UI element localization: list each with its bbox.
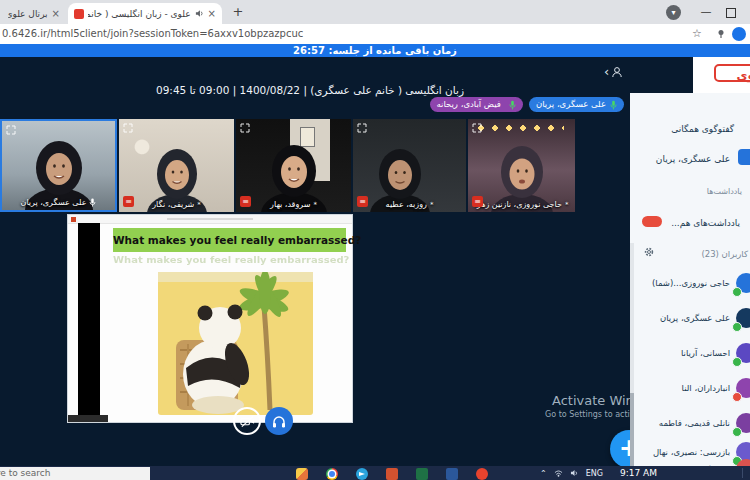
- audio-toggle-button[interactable]: [265, 407, 293, 435]
- slide-window-titlebar: [68, 215, 352, 224]
- tab-close-icon[interactable]: ×: [208, 9, 216, 19]
- slide-question-banner: What makes you feel really embarrassed?: [113, 228, 346, 252]
- webcam-name-label: حاجی نوروزی، نازنین زهرا *: [468, 200, 575, 209]
- tab-title: علوی - زبان انگلیسی ( خانم علی عس...: [88, 9, 191, 19]
- browser-tab-portal[interactable]: برتال علوی ×: [2, 3, 66, 24]
- participant-name: انبارداران، النا: [682, 383, 730, 393]
- webcam-tile[interactable]: سروقد، بهار * ≡: [236, 119, 351, 212]
- participant-row[interactable]: نانلی قدیمی، فاطمه: [630, 413, 750, 439]
- browser-tab-class[interactable]: علوی - زبان انگلیسی ( خانم علی عس... ×: [68, 3, 222, 24]
- mic-muted-icon: *: [313, 201, 317, 209]
- show-desktop-button[interactable]: [742, 468, 749, 478]
- participant-name: علی عسگری، پریان: [660, 313, 730, 323]
- tab-close-icon[interactable]: ×: [52, 9, 60, 19]
- string-lights: [474, 123, 564, 133]
- webcam-name-label: روزبه، عطیه *: [353, 200, 466, 209]
- mic-icon: [89, 198, 96, 207]
- users-section-header: کاربران (23): [701, 249, 748, 259]
- participant-name: روزبه، عطیه: [386, 200, 427, 209]
- person-icon: [611, 66, 623, 78]
- gear-icon[interactable]: [644, 247, 654, 257]
- status-badge-icon: ≡: [240, 196, 251, 207]
- participant-row[interactable]: علی عسگری، پریان: [630, 308, 750, 334]
- browser-urlbar: 0.6426.ir/html5client/join?sessionToken=…: [0, 24, 750, 45]
- webcam-status-dot: [732, 392, 742, 402]
- webcam-name-label: علی عسگری، پریان: [2, 198, 115, 207]
- fullscreen-icon[interactable]: [357, 123, 367, 133]
- participant-row[interactable]: حاجی نوروزی...(شما): [630, 273, 750, 299]
- telegram-app-icon[interactable]: [356, 468, 368, 480]
- excel-app-icon[interactable]: [416, 468, 428, 480]
- participant-row[interactable]: انبارداران، النا: [630, 378, 750, 404]
- chrome-app-icon[interactable]: [326, 468, 338, 480]
- speaker-pill[interactable]: فیض آبادی، ریحانه: [430, 97, 523, 112]
- private-chat-item[interactable]: علی عسگری، پریان: [630, 149, 750, 171]
- browser-tabbar: برتال علوی × علوی - زبان انگلیسی ( خانم …: [0, 0, 750, 24]
- mic-muted-icon: *: [565, 201, 569, 209]
- speaker-name: فیض آبادی، ریحانه: [437, 97, 501, 112]
- shared-notes-item[interactable]: یادداشت‌های هم...: [630, 213, 750, 235]
- network-icon[interactable]: [554, 469, 563, 477]
- bookmark-star-icon[interactable]: ☆: [692, 27, 702, 40]
- windows-taskbar: Type here to search ⌃ ENG 9:17 AM: [0, 466, 750, 480]
- participant-name: شریفی، نگار: [152, 200, 194, 209]
- private-chat-label: علی عسگری، پریان: [656, 154, 730, 164]
- panda-illustration: [158, 272, 313, 415]
- camera-off-icon: [240, 415, 255, 428]
- search-placeholder: Type here to search: [0, 467, 150, 480]
- participants-toggle[interactable]: ‹: [604, 66, 623, 78]
- webcam-tile[interactable]: علی عسگری، پریان: [0, 119, 117, 212]
- fullscreen-icon[interactable]: [472, 123, 482, 133]
- presentation-area: What makes you feel really embarrassed? …: [68, 215, 352, 422]
- session-countdown-bar: زمان باقی مانده از جلسه: 26:57: [0, 44, 750, 57]
- url-text[interactable]: 0.6426.ir/html5client/join?sessionToken=…: [2, 28, 303, 39]
- browser-profile-avatar[interactable]: [732, 27, 746, 41]
- slide-watermark: [68, 415, 108, 422]
- sidebar-scrollbar[interactable]: [630, 243, 634, 466]
- participant-row[interactable]: احسانی، آریانا: [630, 343, 750, 369]
- system-tray: ⌃ ENG: [540, 466, 603, 480]
- window-minimize-button[interactable]: —: [698, 5, 714, 18]
- new-tab-button[interactable]: +: [230, 4, 246, 20]
- participant-name: حاجی نوروزی...(شما): [652, 278, 730, 288]
- fullscreen-icon[interactable]: [6, 125, 16, 135]
- taskbar-search-input[interactable]: Type here to search: [0, 467, 150, 480]
- mic-muted-icon: *: [197, 201, 201, 209]
- meeting-title: زبان انگلیسی ( خانم علی عسگری) | 1400/08…: [0, 84, 620, 96]
- powerpoint-app-icon[interactable]: [386, 468, 398, 480]
- shared-notes-label: یادداشت‌های هم...: [671, 218, 740, 228]
- chat-avatar: [738, 149, 750, 165]
- language-indicator[interactable]: ENG: [586, 469, 603, 478]
- public-chat-item[interactable]: گفتوگوی همگانی: [630, 119, 750, 141]
- webcam-toggle-button[interactable]: [233, 407, 261, 435]
- webcam-tile[interactable]: روزبه، عطیه * ≡: [353, 119, 466, 212]
- mic-icon: [610, 100, 617, 110]
- powerpoint-icon: [71, 217, 76, 222]
- extension-pin-icon[interactable]: [716, 29, 726, 39]
- mic-icon: [509, 100, 516, 110]
- volume-icon[interactable]: [570, 469, 579, 477]
- window-maximize-button[interactable]: [726, 8, 736, 18]
- webcam-tile[interactable]: شریفی، نگار * ≡: [119, 119, 234, 212]
- browser-update-icon[interactable]: ▾: [666, 5, 681, 20]
- mic-muted-icon: *: [430, 201, 434, 209]
- tab-favicon: [74, 9, 84, 19]
- photos-app-icon[interactable]: [296, 468, 308, 480]
- notes-notification-badge: [642, 216, 662, 227]
- fullscreen-icon[interactable]: [123, 123, 133, 133]
- participant-name: بازرسی: نصیری، نهال: [653, 447, 730, 457]
- webcam-tile[interactable]: حاجی نوروزی، نازنین زهرا * ≡: [468, 119, 575, 212]
- notes-section-header: یادداشت‌ها: [707, 187, 742, 196]
- tray-expand-icon[interactable]: ⌃: [540, 469, 547, 478]
- public-chat-label: گفتوگوی همگانی: [671, 124, 734, 134]
- webcam-status-dot: [732, 427, 742, 437]
- browser-app-icon[interactable]: [476, 468, 488, 480]
- titlebar-text-placeholder: [167, 218, 252, 220]
- fullscreen-icon[interactable]: [240, 123, 250, 133]
- word-app-icon[interactable]: [446, 468, 458, 480]
- taskbar-clock[interactable]: 9:17 AM: [620, 468, 657, 478]
- webcam-status-dot: [732, 287, 742, 297]
- webcam-status-dot: [732, 357, 742, 367]
- status-badge-icon: ≡: [123, 196, 134, 207]
- speaker-pill[interactable]: علی عسگری، پریان: [529, 97, 624, 112]
